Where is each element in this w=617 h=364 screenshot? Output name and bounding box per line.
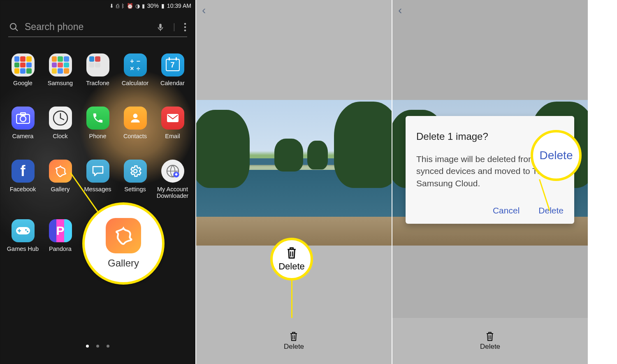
battery-icon: ▮ xyxy=(161,2,165,9)
messages-icon xyxy=(86,160,109,183)
svg-line-1 xyxy=(15,28,18,31)
trash-icon xyxy=(485,331,495,342)
callout-connector xyxy=(291,280,292,319)
clock-time: 10:39 AM xyxy=(167,2,191,9)
divider: │ xyxy=(172,23,176,31)
callout-label: Gallery xyxy=(108,257,139,269)
wifi-icon: ◑ xyxy=(135,3,140,9)
photo-viewer[interactable] xyxy=(196,100,392,246)
svg-point-0 xyxy=(10,23,16,29)
callout-delete: Delete xyxy=(270,238,313,281)
settings-icon xyxy=(124,160,147,183)
app-calculator[interactable]: +−×÷ Calculator xyxy=(116,53,154,87)
cast-icon: ⎙ xyxy=(116,3,119,9)
svg-rect-2 xyxy=(159,23,162,28)
app-games-hub[interactable]: Games Hub xyxy=(4,219,42,253)
delete-label: Delete xyxy=(480,343,500,351)
games-hub-icon xyxy=(12,219,35,242)
app-email[interactable]: Email xyxy=(154,107,191,140)
svg-line-12 xyxy=(60,118,64,120)
folder-icon xyxy=(49,53,72,77)
callout-dialog-delete: Delete xyxy=(531,130,582,181)
cancel-button[interactable]: Cancel xyxy=(493,206,520,216)
search-placeholder: Search phone xyxy=(25,21,150,32)
email-icon xyxy=(161,107,184,130)
calendar-icon: 7 xyxy=(161,53,184,77)
confirm-delete-button[interactable]: Delete xyxy=(538,206,564,216)
svg-point-19 xyxy=(25,229,27,231)
facebook-icon: f xyxy=(12,160,35,183)
app-clock[interactable]: Clock xyxy=(42,107,79,140)
clock-icon xyxy=(49,107,72,130)
app-camera[interactable]: Camera xyxy=(4,107,42,140)
more-icon[interactable] xyxy=(184,23,186,32)
contacts-icon xyxy=(124,107,147,130)
callout-label: Delete xyxy=(540,149,573,162)
delete-button[interactable]: Delete xyxy=(480,331,500,351)
alarm-icon: ⏰ xyxy=(127,3,133,9)
battery-percent: 30% xyxy=(147,2,159,9)
app-pandora[interactable]: P Pandora xyxy=(42,219,79,253)
signal-icon: ▮ xyxy=(142,3,145,9)
app-google[interactable]: Google xyxy=(4,53,42,87)
bottom-toolbar: Delete xyxy=(392,318,588,364)
status-bar: ⬇ ⎙ ᛒ ⏰ ◑ ▮ 30% ▮ 10:39 AM xyxy=(0,0,195,12)
search-icon xyxy=(9,22,19,32)
pandora-icon: P xyxy=(49,219,72,242)
app-gallery[interactable]: Gallery xyxy=(42,160,79,199)
panel-app-drawer: ⬇ ⎙ ᛒ ⏰ ◑ ▮ 30% ▮ 10:39 AM Search phone … xyxy=(0,0,195,364)
search-bar[interactable]: Search phone │ xyxy=(8,19,187,37)
trash-icon xyxy=(289,331,299,342)
delete-label: Delete xyxy=(284,343,304,351)
top-bar: ‹ xyxy=(196,0,392,21)
app-my-account-downloader[interactable]: My Account Downloader xyxy=(154,160,191,199)
account-downloader-icon xyxy=(161,160,184,183)
app-samsung[interactable]: Samsung xyxy=(42,53,79,87)
trash-icon xyxy=(285,246,298,260)
panel-gallery-photo: ‹ Delete Delete xyxy=(196,0,392,364)
bluetooth-icon: ᛒ xyxy=(121,3,125,9)
download-icon: ⬇ xyxy=(109,3,114,9)
svg-point-6 xyxy=(184,29,186,31)
callout-label: Delete xyxy=(278,261,305,272)
app-facebook[interactable]: f Facebook xyxy=(4,160,42,199)
folder-icon xyxy=(86,53,109,77)
calculator-icon: +−×÷ xyxy=(124,53,147,77)
page-indicator xyxy=(0,345,195,348)
folder-icon xyxy=(12,53,35,77)
app-contacts[interactable]: Contacts xyxy=(116,107,154,140)
svg-point-5 xyxy=(184,26,186,28)
svg-point-20 xyxy=(27,231,28,232)
app-tracfone[interactable]: Tracfone xyxy=(79,53,116,87)
svg-point-4 xyxy=(184,23,186,25)
phone-icon xyxy=(86,107,109,130)
svg-point-8 xyxy=(20,116,26,122)
status-icons: ⬇ ⎙ ᛒ ⏰ ◑ ▮ xyxy=(109,3,145,9)
app-settings[interactable]: Settings xyxy=(116,160,154,199)
panel-delete-dialog: ‹ Delete 1 image? This image will be del… xyxy=(392,0,588,364)
svg-point-13 xyxy=(133,114,137,118)
app-phone[interactable]: Phone xyxy=(79,107,116,140)
bottom-toolbar: Delete xyxy=(196,318,392,364)
mic-icon[interactable] xyxy=(156,23,165,32)
camera-icon xyxy=(12,107,35,130)
gallery-icon xyxy=(49,160,72,183)
callout-gallery: Gallery xyxy=(82,202,165,285)
svg-point-15 xyxy=(133,169,137,173)
back-icon[interactable]: ‹ xyxy=(202,4,206,17)
gallery-icon xyxy=(106,218,141,253)
svg-rect-14 xyxy=(167,114,179,122)
app-calendar[interactable]: 7 Calendar xyxy=(154,53,191,87)
delete-button[interactable]: Delete xyxy=(284,331,304,351)
